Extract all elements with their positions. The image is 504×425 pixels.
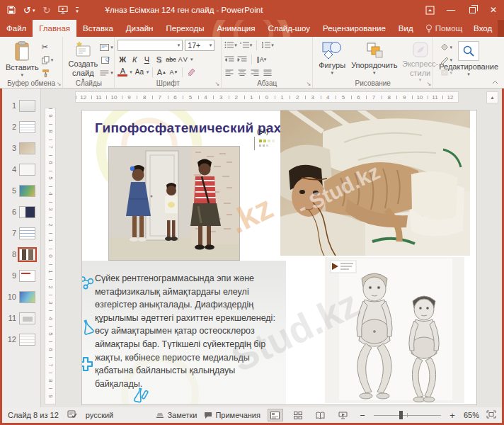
slide-body-text[interactable]: Сүйек рентгенограммасында эпи және метаф… — [95, 272, 277, 390]
ribbon-tab[interactable]: Рецензирование — [316, 20, 392, 37]
dialog-launcher-icon[interactable]: ↘ — [427, 81, 432, 87]
language-indicator[interactable]: русский — [86, 411, 113, 419]
slide-thumbnail[interactable]: 8 — [2, 244, 40, 265]
slideshow-view-button[interactable] — [336, 409, 351, 421]
paste-button[interactable]: Вставить▾ — [3, 40, 42, 79]
character-spacing-button[interactable]: АV — [178, 54, 188, 64]
numbering-icon[interactable]: ▾ — [240, 40, 253, 50]
dialog-launcher-icon[interactable]: ↘ — [307, 81, 311, 87]
family-photo[interactable] — [108, 146, 240, 261]
align-left-icon[interactable] — [224, 67, 234, 78]
zoom-slider[interactable] — [374, 410, 441, 420]
restore-button[interactable] — [462, 0, 483, 20]
slide-thumbnail[interactable]: 5 — [2, 180, 40, 201]
ribbon-tab[interactable]: Файл — [0, 20, 33, 37]
slide-indicator[interactable]: Слайд 8 из 12 — [8, 411, 59, 419]
copy-icon[interactable]: ▾ — [42, 55, 54, 65]
reading-view-button[interactable] — [313, 409, 328, 421]
grow-font-button[interactable]: А▲ — [156, 67, 166, 77]
sign-in[interactable]: Вход — [468, 20, 498, 37]
scroll-up-button[interactable]: ▲ — [486, 91, 498, 103]
text-shadow-button[interactable]: S — [154, 54, 164, 64]
normal-view-button[interactable] — [268, 409, 283, 421]
slide-canvas[interactable]: Гипофосфатемический рахит (64) — [82, 110, 476, 404]
line-spacing-icon[interactable]: ▾ — [261, 40, 274, 50]
justify-icon[interactable] — [263, 67, 273, 78]
quick-access-toolbar: ↺▾ ↻ ▾ — [0, 6, 79, 15]
arrange-button[interactable]: Упорядочить▾ — [348, 40, 400, 84]
group-clipboard: Вставить▾ ✂ ▾ Буфер обмена ↘ — [0, 37, 63, 88]
ribbon-tab[interactable]: Главная — [33, 20, 76, 37]
ribbon-display-options-icon[interactable] — [419, 0, 440, 20]
font-size-combo[interactable]: 17+▾ — [185, 40, 214, 51]
clear-formatting-icon[interactable] — [186, 67, 196, 77]
align-right-icon[interactable] — [250, 67, 260, 78]
zoom-slider-handle[interactable] — [399, 411, 403, 419]
ribbon-tabs: ФайлГлавнаяВставкаДизайнПереходыАнимация… — [0, 20, 420, 37]
strikethrough-button[interactable]: abc — [166, 54, 176, 64]
vertical-ruler[interactable]: 9876543210123456789 — [45, 108, 56, 404]
slide-thumbnail[interactable]: 4 — [2, 159, 40, 180]
minimize-button[interactable]: — — [440, 0, 462, 20]
customize-qat-icon[interactable]: ▾ — [76, 7, 79, 13]
cut-icon[interactable]: ✂ — [42, 42, 54, 52]
section-icon[interactable]: ▾ — [100, 67, 113, 78]
redo-icon[interactable]: ↻ — [42, 6, 50, 15]
shrink-font-button[interactable]: А▼ — [168, 67, 178, 77]
zoom-level[interactable]: 65% — [464, 411, 479, 419]
ribbon-tab[interactable]: Вставка — [76, 20, 120, 37]
zoom-in-button[interactable]: + — [448, 410, 457, 421]
reset-slide-icon[interactable]: ↺ — [100, 55, 113, 65]
decoration-dots — [259, 140, 275, 149]
notes-toggle[interactable]: Заметки — [156, 411, 197, 419]
slide-thumbnail[interactable]: 3 — [2, 137, 40, 159]
share-button[interactable]: Общий доступ — [498, 20, 504, 37]
increase-indent-icon[interactable] — [237, 54, 247, 64]
search-icon — [462, 45, 475, 57]
layout-icon[interactable]: ▾ — [100, 42, 113, 52]
undo-icon[interactable]: ↺▾ — [23, 6, 35, 15]
comments-toggle[interactable]: Примечания — [204, 411, 260, 419]
dialog-launcher-icon[interactable]: ↘ — [214, 81, 219, 87]
text-direction-icon[interactable]: ∥А▾ — [256, 54, 266, 64]
slide-thumbnail[interactable]: 7 — [2, 222, 40, 244]
save-icon[interactable] — [7, 6, 16, 14]
start-slideshow-icon[interactable] — [58, 6, 68, 14]
slide-thumbnail[interactable]: 2 — [2, 116, 40, 137]
font-color-button[interactable]: А — [118, 67, 127, 76]
hospital-photo[interactable] — [280, 110, 470, 256]
underline-button[interactable]: Ч — [142, 54, 151, 64]
slide-thumbnail[interactable]: 10 — [2, 286, 40, 307]
align-center-icon[interactable] — [237, 67, 247, 78]
ribbon-tab[interactable]: Вид — [392, 20, 420, 37]
bullets-icon[interactable]: ▾ — [224, 40, 237, 50]
slide-sorter-view-button[interactable] — [290, 409, 306, 421]
zoom-out-button[interactable]: − — [358, 410, 367, 421]
horizontal-ruler[interactable]: 1211109876543210123456789101112 — [75, 91, 459, 103]
slide-thumbnail[interactable]: 6 — [2, 201, 40, 222]
new-slide-button[interactable]: Создать слайд▾ — [66, 40, 100, 84]
ribbon-tab[interactable]: Дизайн — [120, 20, 160, 37]
ribbon-tab[interactable]: Переходы — [159, 20, 210, 37]
change-case-button[interactable]: Аа — [134, 67, 144, 77]
collapse-ribbon-icon[interactable] — [492, 79, 498, 86]
tellme-help[interactable]: Помощ — [420, 20, 468, 37]
format-painter-icon[interactable] — [42, 67, 54, 78]
editing-button[interactable]: Редактирование▾ — [436, 40, 501, 79]
slide-thumbnail[interactable]: 9 — [2, 265, 40, 286]
slide-thumbnail[interactable]: 12 — [2, 329, 40, 350]
dialog-launcher-icon[interactable]: ↘ — [57, 81, 62, 87]
slide-thumbnail[interactable]: 1 — [2, 95, 40, 116]
font-name-combo[interactable]: ▾ — [118, 40, 183, 51]
rickets-illustration[interactable] — [325, 257, 464, 403]
spellcheck-icon[interactable] — [67, 410, 77, 420]
ribbon-tab[interactable]: Слайд-шоу — [261, 20, 316, 37]
decrease-indent-icon[interactable] — [224, 54, 234, 64]
fit-to-window-icon[interactable] — [486, 410, 496, 420]
ribbon-tab[interactable]: Анимация — [210, 20, 261, 37]
bold-button[interactable]: Ж — [118, 54, 127, 64]
shapes-button[interactable]: Фигуры▾ — [316, 40, 348, 84]
slide-thumbnail[interactable]: 11 — [2, 307, 40, 329]
italic-button[interactable]: К — [130, 54, 139, 64]
close-button[interactable]: ✕ — [483, 0, 504, 20]
